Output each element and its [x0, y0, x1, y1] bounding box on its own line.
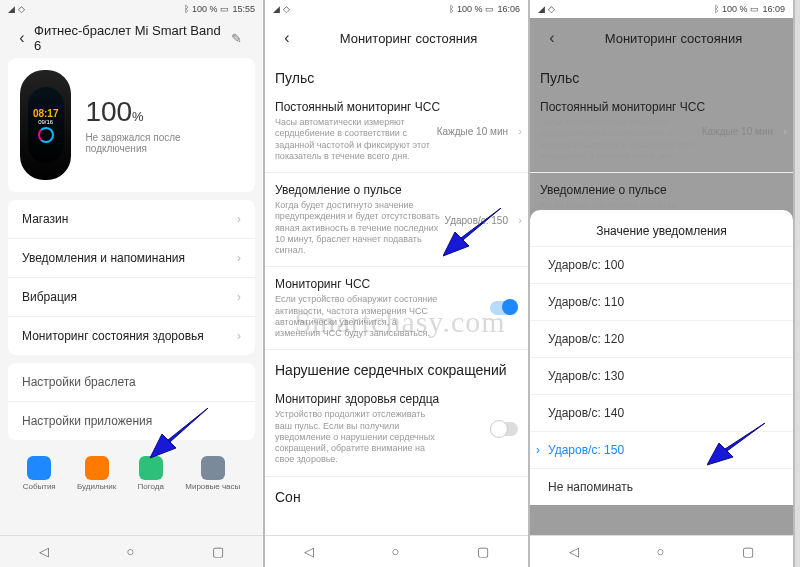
- shortcut-row: События Будильник Погода Мировые часы: [8, 448, 255, 495]
- setting-hr-monitoring-toggle: Мониторинг ЧСС Если устройство обнаружит…: [265, 267, 528, 350]
- sheet-option-130[interactable]: Ударов/с: 130: [530, 357, 793, 394]
- section-heading-arrhythmia: Нарушение сердечных сокращений: [265, 350, 528, 382]
- content: 08:17 09/16 100% Не заряжался после подк…: [0, 58, 263, 535]
- battery-text: 100 %: [192, 4, 218, 14]
- phone-screen-1: ◢ ◇ ᛒ 100 % ▭ 15:55 ‹ Фитнес-браслет Mi …: [0, 0, 265, 567]
- sheet-option-140[interactable]: Ударов/с: 140: [530, 394, 793, 431]
- sheet-option-150[interactable]: Ударов/с: 150: [530, 431, 793, 468]
- nav-back-icon[interactable]: ◁: [39, 544, 49, 559]
- battery-icon: ▭: [750, 4, 759, 14]
- chevron-right-icon: ›: [518, 214, 522, 226]
- nav-recent-icon[interactable]: ▢: [477, 544, 489, 559]
- phone-screen-3: ◢◇ ᛒ100 %▭16:09 ‹ Мониторинг состояния П…: [530, 0, 795, 567]
- menu-item-store[interactable]: Магазин›: [8, 200, 255, 239]
- system-nav: ◁ ○ ▢: [0, 535, 263, 567]
- status-bar: ◢◇ ᛒ100 %▭16:06: [265, 0, 528, 18]
- charge-status: Не заряжался после подключения: [85, 132, 243, 154]
- signal-icon: ◢: [8, 4, 15, 14]
- sheet-title: Значение уведомления: [530, 216, 793, 246]
- back-button[interactable]: ‹: [10, 29, 34, 47]
- activity-ring-icon: [38, 127, 54, 143]
- shortcut-weather[interactable]: Погода: [138, 456, 164, 491]
- battery-icon: ▭: [485, 4, 494, 14]
- setting-heart-health-toggle: Мониторинг здоровья сердца Устройство пр…: [265, 382, 528, 476]
- setting-value: Ударов/с: 150: [445, 214, 508, 225]
- menu-group-2: Настройки браслета Настройки приложения: [8, 363, 255, 440]
- signal-icon: ◢: [273, 4, 280, 14]
- clock-text: 15:55: [232, 4, 255, 14]
- setting-hr-alert[interactable]: Уведомление о пульсе Когда будет достигн…: [265, 173, 528, 267]
- device-hero: 08:17 09/16 100% Не заряжался после подк…: [8, 58, 255, 192]
- chevron-right-icon: ›: [518, 125, 522, 137]
- back-button[interactable]: ‹: [275, 29, 299, 47]
- chevron-right-icon: ›: [237, 251, 241, 265]
- status-bar: ◢◇ ᛒ100 %▭16:09: [530, 0, 793, 18]
- sheet-option-dont-remind[interactable]: Не напоминать: [530, 468, 793, 505]
- nav-home-icon[interactable]: ○: [657, 544, 665, 559]
- chevron-right-icon: ›: [237, 290, 241, 304]
- sheet-option-100[interactable]: Ударов/с: 100: [530, 246, 793, 283]
- nav-back-icon[interactable]: ◁: [569, 544, 579, 559]
- wifi-icon: ◇: [283, 4, 290, 14]
- section-heading-sleep: Сон: [265, 477, 528, 509]
- page-title: Мониторинг состояния: [299, 31, 518, 46]
- setting-value: Каждые 10 мин: [437, 126, 508, 137]
- nav-recent-icon[interactable]: ▢: [742, 544, 754, 559]
- back-button[interactable]: ‹: [540, 29, 564, 47]
- battery-icon: ▭: [220, 4, 229, 14]
- device-image: 08:17 09/16: [20, 70, 71, 180]
- globe-icon: [201, 456, 225, 480]
- alarm-icon: [85, 456, 109, 480]
- system-nav: ◁ ○ ▢: [265, 535, 528, 567]
- weather-icon: [139, 456, 163, 480]
- sheet-option-120[interactable]: Ударов/с: 120: [530, 320, 793, 357]
- shortcut-worldclock[interactable]: Мировые часы: [185, 456, 240, 491]
- bottom-sheet: Значение уведомления Ударов/с: 100 Ударо…: [530, 210, 793, 505]
- wifi-icon: ◇: [548, 4, 555, 14]
- signal-icon: ◢: [538, 4, 545, 14]
- section-heading-pulse: Пульс: [265, 58, 528, 90]
- nav-recent-icon[interactable]: ▢: [212, 544, 224, 559]
- bulb-icon: [27, 456, 51, 480]
- menu-group-1: Магазин› Уведомления и напоминания› Вибр…: [8, 200, 255, 355]
- page-title: Фитнес-браслет Mi Smart Band 6: [34, 23, 231, 53]
- page-title: Мониторинг состояния: [564, 31, 783, 46]
- nav-back-icon[interactable]: ◁: [304, 544, 314, 559]
- content: Пульс Постоянный мониторинг ЧСС Часы авт…: [265, 58, 528, 535]
- system-nav: ◁ ○ ▢: [530, 535, 793, 567]
- sheet-option-110[interactable]: Ударов/с: 110: [530, 283, 793, 320]
- menu-item-health-monitoring[interactable]: Мониторинг состояния здоровья›: [8, 317, 255, 355]
- bluetooth-icon: ᛒ: [184, 4, 189, 14]
- header: ‹ Мониторинг состояния: [265, 18, 528, 58]
- shortcut-alarm[interactable]: Будильник: [77, 456, 116, 491]
- nav-home-icon[interactable]: ○: [392, 544, 400, 559]
- header: ‹ Фитнес-браслет Mi Smart Band 6 ✎: [0, 18, 263, 58]
- chevron-right-icon: ›: [237, 212, 241, 226]
- battery-percent: 100: [85, 96, 132, 127]
- bluetooth-icon: ᛒ: [449, 4, 454, 14]
- phone-screen-2: ◢◇ ᛒ100 %▭16:06 ‹ Мониторинг состояния П…: [265, 0, 530, 567]
- chevron-right-icon: ›: [237, 329, 241, 343]
- toggle-heart-health[interactable]: [490, 422, 518, 436]
- menu-item-app-settings[interactable]: Настройки приложения: [8, 402, 255, 440]
- menu-item-band-settings[interactable]: Настройки браслета: [8, 363, 255, 402]
- menu-item-vibration[interactable]: Вибрация›: [8, 278, 255, 317]
- wifi-icon: ◇: [18, 4, 25, 14]
- edit-icon[interactable]: ✎: [231, 31, 253, 46]
- toggle-hr-monitoring[interactable]: [490, 301, 518, 315]
- status-bar: ◢ ◇ ᛒ 100 % ▭ 15:55: [0, 0, 263, 18]
- menu-item-notifications[interactable]: Уведомления и напоминания›: [8, 239, 255, 278]
- nav-home-icon[interactable]: ○: [127, 544, 135, 559]
- setting-constant-hr-monitor[interactable]: Постоянный мониторинг ЧСС Часы автоматич…: [265, 90, 528, 173]
- bluetooth-icon: ᛒ: [714, 4, 719, 14]
- shortcut-events[interactable]: События: [23, 456, 56, 491]
